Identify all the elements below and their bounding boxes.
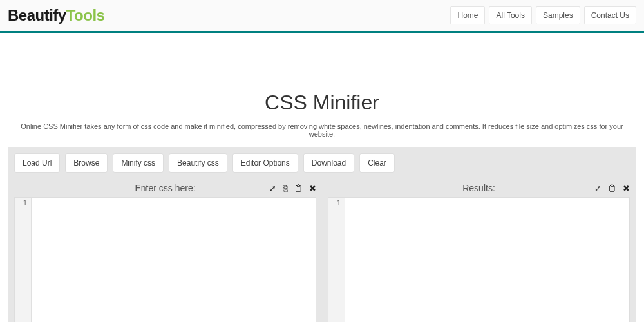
output-panel-icons: ⤢ 📋︎ ✖ [594, 184, 630, 193]
editor-options-button[interactable]: Editor Options [232, 153, 298, 173]
output-panel-title: Results: [462, 183, 495, 193]
logo-left: Beautify [8, 6, 66, 24]
browse-button[interactable]: Browse [65, 153, 108, 173]
input-panel: Enter css here: ⤢ ⎘ 📋︎ ✖ 1 [14, 180, 316, 322]
load-url-button[interactable]: Load Url [14, 153, 60, 173]
logo-right: Tools [66, 6, 105, 24]
tool-area: Load Url Browse Minify css Beautify css … [8, 147, 636, 322]
download-button[interactable]: Download [303, 153, 354, 173]
close-icon[interactable]: ✖ [309, 184, 316, 193]
page-title: CSS Minifier [0, 91, 644, 115]
beautify-button[interactable]: Beautify css [169, 153, 227, 173]
close-icon[interactable]: ✖ [623, 184, 630, 193]
expand-icon[interactable]: ⤢ [269, 184, 276, 193]
copy-icon[interactable]: ⎘ [283, 184, 288, 193]
logo[interactable]: BeautifyTools [8, 6, 104, 24]
input-code-area[interactable] [32, 198, 316, 322]
input-panel-header: Enter css here: ⤢ ⎘ 📋︎ ✖ [14, 180, 316, 197]
output-code-area[interactable] [345, 198, 629, 322]
input-editor[interactable]: 1 [14, 197, 316, 322]
nav-contact[interactable]: Contact Us [584, 6, 636, 24]
header: BeautifyTools Home All Tools Samples Con… [0, 0, 644, 33]
page-description: Online CSS Minifier takes any form of cs… [0, 122, 644, 138]
expand-icon[interactable]: ⤢ [594, 184, 601, 193]
paste-icon[interactable]: 📋︎ [294, 184, 303, 193]
output-panel: Results: ⤢ 📋︎ ✖ 1 [328, 180, 630, 322]
output-editor[interactable]: 1 [328, 197, 630, 322]
minify-button[interactable]: Minify css [113, 153, 164, 173]
nav-samples[interactable]: Samples [536, 6, 580, 24]
nav-all-tools[interactable]: All Tools [489, 6, 531, 24]
output-panel-header: Results: ⤢ 📋︎ ✖ [328, 180, 630, 197]
nav-home[interactable]: Home [450, 6, 485, 24]
output-gutter: 1 [328, 198, 345, 322]
input-gutter: 1 [15, 198, 32, 322]
input-panel-title: Enter css here: [135, 183, 195, 193]
panels: Enter css here: ⤢ ⎘ 📋︎ ✖ 1 Results: ⤢ 📋︎ [14, 180, 630, 322]
input-panel-icons: ⤢ ⎘ 📋︎ ✖ [269, 184, 316, 193]
toolbar: Load Url Browse Minify css Beautify css … [14, 153, 630, 173]
clear-button[interactable]: Clear [359, 153, 395, 173]
nav: Home All Tools Samples Contact Us [450, 6, 636, 24]
paste-icon[interactable]: 📋︎ [608, 184, 616, 193]
